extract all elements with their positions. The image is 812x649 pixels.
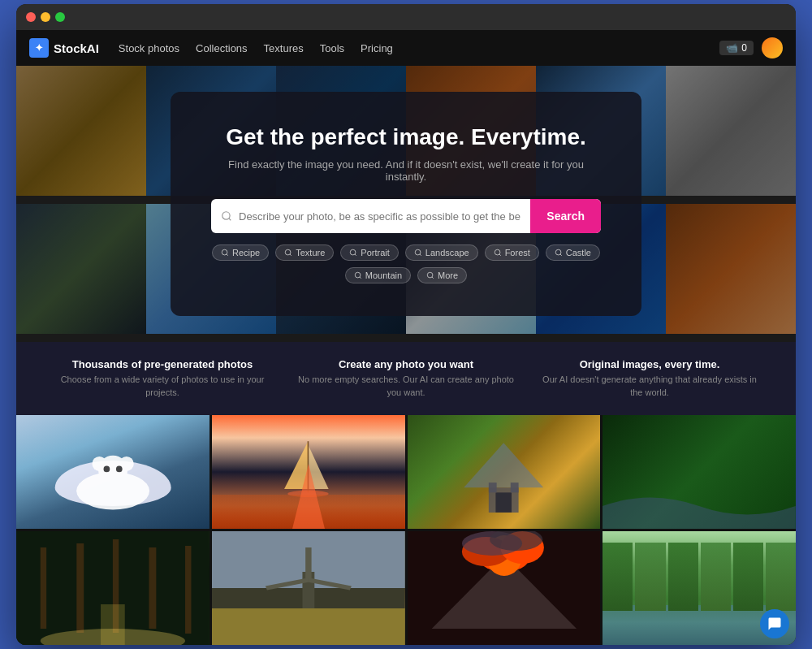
nav-tools[interactable]: Tools xyxy=(320,42,344,54)
svg-marker-19 xyxy=(464,443,543,487)
feature-1: Thousands of pre-generated photos Choose… xyxy=(49,358,276,399)
search-input[interactable] xyxy=(239,202,520,231)
search-bar: Search xyxy=(211,199,601,233)
avatar[interactable] xyxy=(762,37,783,58)
svg-point-13 xyxy=(103,465,110,472)
photo-amsterdam-canal[interactable] xyxy=(603,531,796,645)
traffic-lights xyxy=(26,12,65,22)
photo-polar-bear[interactable] xyxy=(16,415,209,529)
feature-1-desc: Choose from a wide variety of photos to … xyxy=(49,374,276,399)
svg-point-18 xyxy=(287,491,328,497)
tag-recipe-label: Recipe xyxy=(232,248,260,257)
svg-rect-22 xyxy=(489,482,497,492)
svg-rect-38 xyxy=(212,608,405,645)
svg-point-0 xyxy=(222,212,230,219)
svg-rect-29 xyxy=(185,546,191,634)
navbar: ✦ StockAI Stock photos Collections Textu… xyxy=(16,30,796,66)
nav-textures[interactable]: Textures xyxy=(264,42,304,54)
feature-3-desc: Our AI doesn't generate anything that al… xyxy=(536,374,763,399)
svg-rect-25 xyxy=(41,547,46,629)
photo-grid xyxy=(16,415,796,645)
tag-landscape-label: Landscape xyxy=(425,248,469,257)
nav-right: 📹 0 xyxy=(719,37,783,58)
tag-texture[interactable]: Texture xyxy=(275,244,334,261)
feature-3: Original images, every time. Our AI does… xyxy=(536,358,763,399)
svg-rect-23 xyxy=(511,482,519,492)
svg-marker-16 xyxy=(309,444,329,489)
quick-tags: Recipe Texture Portrait Landscape xyxy=(211,244,601,283)
photo-sailboat-sunset[interactable] xyxy=(212,415,405,529)
svg-point-6 xyxy=(555,249,561,255)
nav-collections[interactable]: Collections xyxy=(196,42,248,54)
tag-forest[interactable]: Forest xyxy=(485,244,539,261)
tag-portrait-label: Portrait xyxy=(361,248,389,257)
minimize-button[interactable] xyxy=(41,12,50,22)
logo-icon: ✦ xyxy=(29,38,49,58)
tag-mountain[interactable]: Mountain xyxy=(345,267,411,283)
svg-point-2 xyxy=(286,249,292,255)
feature-1-title: Thousands of pre-generated photos xyxy=(49,358,276,370)
feature-2-desc: No more empty searches. Our AI can creat… xyxy=(292,374,520,399)
search-button[interactable]: Search xyxy=(530,199,601,233)
photo-jungle-river[interactable] xyxy=(603,415,796,529)
feature-2-title: Create any photo you want xyxy=(292,358,520,370)
tag-more[interactable]: More xyxy=(417,267,467,283)
chat-icon xyxy=(760,609,789,638)
nav-links: Stock photos Collections Textures Tools … xyxy=(119,42,700,54)
features-bar: Thousands of pre-generated photos Choose… xyxy=(16,342,796,415)
photo-windmill-field[interactable] xyxy=(212,531,405,645)
hero-card: Get the perfect image. Everytime. Find e… xyxy=(171,92,641,316)
logo-text: StockAI xyxy=(54,41,99,55)
svg-point-1 xyxy=(222,249,227,255)
nav-stock-photos[interactable]: Stock photos xyxy=(119,42,179,54)
svg-marker-15 xyxy=(284,441,308,489)
hero-section: Get the perfect image. Everytime. Find e… xyxy=(16,66,796,342)
svg-rect-28 xyxy=(149,547,156,629)
photo-castle-mountain[interactable] xyxy=(408,415,601,529)
tag-castle-label: Castle xyxy=(566,248,591,257)
svg-point-14 xyxy=(116,465,123,472)
hero-overlay: Get the perfect image. Everytime. Find e… xyxy=(16,66,796,342)
nav-pricing[interactable]: Pricing xyxy=(361,42,393,54)
hero-title: Get the perfect image. Everytime. xyxy=(211,124,601,150)
svg-point-8 xyxy=(427,272,433,278)
title-bar xyxy=(16,4,796,30)
photo-pine-forest[interactable] xyxy=(16,531,209,645)
tag-recipe[interactable]: Recipe xyxy=(212,244,269,261)
badge-icon: 📹 xyxy=(726,42,738,54)
svg-point-5 xyxy=(495,249,500,255)
feature-2: Create any photo you want No more empty … xyxy=(292,358,520,399)
feature-3-title: Original images, every time. xyxy=(536,358,763,370)
badge-count: 0 xyxy=(741,42,747,54)
tag-forest-label: Forest xyxy=(505,248,530,257)
browser-window: ✦ StockAI Stock photos Collections Textu… xyxy=(16,4,796,645)
close-button[interactable] xyxy=(26,12,36,22)
maximize-button[interactable] xyxy=(55,12,65,22)
tag-more-label: More xyxy=(438,270,458,280)
nav-badge[interactable]: 📹 0 xyxy=(719,41,754,55)
search-input-wrap xyxy=(211,199,530,233)
svg-point-7 xyxy=(355,272,361,278)
svg-point-4 xyxy=(415,249,421,255)
svg-point-3 xyxy=(351,249,356,255)
tag-portrait[interactable]: Portrait xyxy=(340,244,398,261)
tag-texture-label: Texture xyxy=(296,248,325,257)
tag-castle[interactable]: Castle xyxy=(546,244,600,261)
search-icon xyxy=(221,210,232,222)
logo[interactable]: ✦ StockAI xyxy=(29,38,99,58)
hero-subtitle: Find exactly the image you need. And if … xyxy=(211,158,601,183)
svg-rect-26 xyxy=(76,543,84,633)
tag-mountain-label: Mountain xyxy=(365,270,402,280)
photo-volcano[interactable] xyxy=(408,531,601,645)
svg-rect-31 xyxy=(101,604,125,645)
svg-rect-21 xyxy=(496,492,512,513)
tag-landscape[interactable]: Landscape xyxy=(405,244,478,261)
